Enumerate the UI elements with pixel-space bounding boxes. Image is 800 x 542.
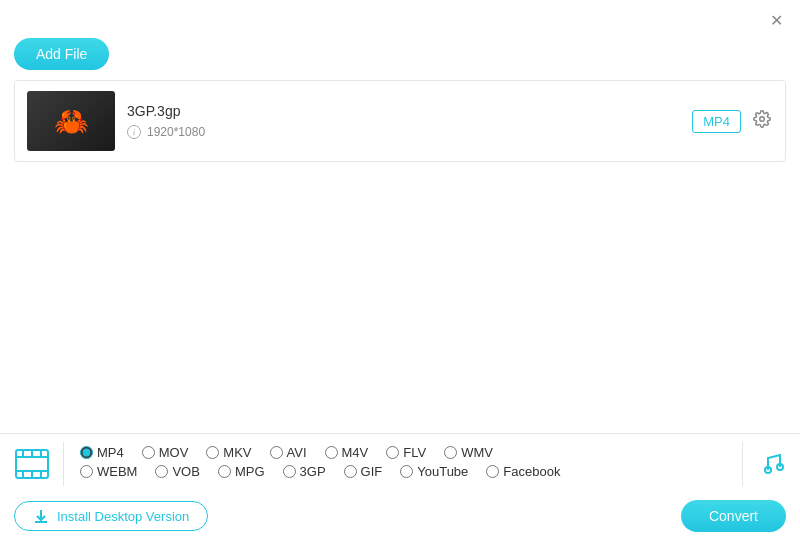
format-label-mov: MOV	[159, 445, 189, 460]
close-button[interactable]: ✕	[766, 10, 786, 30]
install-label: Install Desktop Version	[57, 509, 189, 524]
format-option-vob[interactable]: VOB	[155, 464, 199, 479]
file-resolution: 1920*1080	[147, 125, 205, 139]
settings-button[interactable]	[751, 108, 773, 135]
file-thumbnail: 🦀	[27, 91, 115, 151]
music-icon	[758, 450, 786, 478]
format-label-flv: FLV	[403, 445, 426, 460]
format-label-3gp: 3GP	[300, 464, 326, 479]
content-area	[0, 162, 800, 382]
format-radio-mkv[interactable]	[206, 446, 219, 459]
file-actions: MP4	[692, 108, 773, 135]
file-name: 3GP.3gp	[127, 103, 680, 119]
file-list: 🦀 3GP.3gp i 1920*1080 MP4	[14, 80, 786, 162]
format-option-youtube[interactable]: YouTube	[400, 464, 468, 479]
format-radio-mov[interactable]	[142, 446, 155, 459]
format-row-1: MP4 MOV MKV AVI M4V	[80, 445, 726, 460]
title-bar: ✕	[0, 0, 800, 34]
format-label-webm: WEBM	[97, 464, 137, 479]
format-label-mp4: MP4	[97, 445, 124, 460]
footer-bar: Install Desktop Version Convert	[0, 492, 800, 542]
format-radio-mpg[interactable]	[218, 465, 231, 478]
format-option-mov[interactable]: MOV	[142, 445, 189, 460]
bottom-bar: MP4 MOV MKV AVI M4V	[0, 433, 800, 542]
format-radio-youtube[interactable]	[400, 465, 413, 478]
film-icon	[14, 446, 50, 482]
add-file-button[interactable]: Add File	[14, 38, 109, 70]
format-label-youtube: YouTube	[417, 464, 468, 479]
format-label-avi: AVI	[287, 445, 307, 460]
format-option-flv[interactable]: FLV	[386, 445, 426, 460]
format-option-mpg[interactable]: MPG	[218, 464, 265, 479]
convert-button[interactable]: Convert	[681, 500, 786, 532]
format-option-mkv[interactable]: MKV	[206, 445, 251, 460]
file-item: 🦀 3GP.3gp i 1920*1080 MP4	[15, 81, 785, 161]
thumbnail-image: 🦀	[54, 105, 89, 138]
format-badge-button[interactable]: MP4	[692, 110, 741, 133]
format-radio-m4v[interactable]	[325, 446, 338, 459]
audio-format-icon-area[interactable]	[742, 442, 800, 486]
format-label-vob: VOB	[172, 464, 199, 479]
download-icon	[33, 508, 49, 524]
format-radio-mp4[interactable]	[80, 446, 93, 459]
format-radio-3gp[interactable]	[283, 465, 296, 478]
format-option-m4v[interactable]: M4V	[325, 445, 369, 460]
format-option-facebook[interactable]: Facebook	[486, 464, 560, 479]
video-format-icon-area	[0, 442, 64, 486]
format-label-mkv: MKV	[223, 445, 251, 460]
format-radio-avi[interactable]	[270, 446, 283, 459]
format-label-facebook: Facebook	[503, 464, 560, 479]
format-row: MP4 MOV MKV AVI M4V	[0, 434, 800, 492]
svg-point-0	[760, 116, 765, 121]
format-option-wmv[interactable]: WMV	[444, 445, 493, 460]
file-info: 3GP.3gp i 1920*1080	[115, 103, 692, 139]
format-radio-facebook[interactable]	[486, 465, 499, 478]
format-label-mpg: MPG	[235, 464, 265, 479]
format-label-wmv: WMV	[461, 445, 493, 460]
install-desktop-button[interactable]: Install Desktop Version	[14, 501, 208, 531]
format-option-mp4[interactable]: MP4	[80, 445, 124, 460]
info-icon: i	[127, 125, 141, 139]
format-radio-webm[interactable]	[80, 465, 93, 478]
format-option-3gp[interactable]: 3GP	[283, 464, 326, 479]
format-row-2: WEBM VOB MPG 3GP GIF	[80, 464, 726, 479]
format-options: MP4 MOV MKV AVI M4V	[64, 445, 742, 483]
format-radio-gif[interactable]	[344, 465, 357, 478]
file-meta: i 1920*1080	[127, 125, 680, 139]
format-label-m4v: M4V	[342, 445, 369, 460]
format-option-avi[interactable]: AVI	[270, 445, 307, 460]
format-radio-wmv[interactable]	[444, 446, 457, 459]
format-radio-flv[interactable]	[386, 446, 399, 459]
gear-icon	[753, 110, 771, 128]
format-label-gif: GIF	[361, 464, 383, 479]
format-radio-vob[interactable]	[155, 465, 168, 478]
format-option-gif[interactable]: GIF	[344, 464, 383, 479]
toolbar: Add File	[0, 34, 800, 80]
format-option-webm[interactable]: WEBM	[80, 464, 137, 479]
